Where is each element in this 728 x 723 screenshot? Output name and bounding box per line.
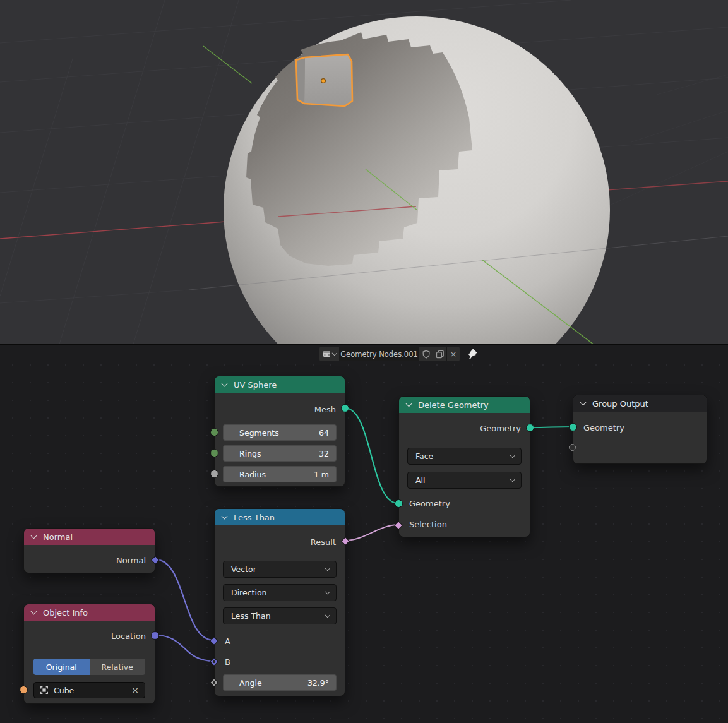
node-title: Group Output [592,399,648,409]
segments-field[interactable]: Segments 64 [223,424,337,441]
node-tree-name-field[interactable]: Geometry Nodes.001 [340,347,419,361]
socket-label-geometry-in: Geometry [409,499,450,508]
socket-mesh-output[interactable] [341,404,349,412]
socket-label-b: B [225,657,230,667]
socket-label-geometry: Geometry [583,423,624,433]
field-value: 1 m [314,470,329,479]
node-header[interactable]: Less Than [215,509,345,525]
socket-segments-input[interactable] [210,428,218,436]
radius-field[interactable]: Radius 1 m [223,466,337,482]
collapse-chevron-icon[interactable] [222,513,228,519]
rings-field[interactable]: Rings 32 [223,445,337,462]
node-header[interactable]: UV Sphere [215,376,345,393]
data-type-dropdown[interactable]: Vector [223,561,337,578]
collapse-chevron-icon[interactable] [31,608,37,614]
socket-geometry-output[interactable] [526,424,534,432]
mode-dropdown[interactable]: All [407,472,522,489]
dropdown-value: Less Than [231,611,271,621]
node-title: Object Info [43,608,88,618]
field-label: Angle [239,678,262,688]
node-header[interactable]: Object Info [24,604,155,621]
copy-icon [436,350,445,359]
cube-front-face [304,54,352,106]
chevron-down-icon [332,350,337,356]
transform-space-original-button[interactable]: Original [33,659,90,675]
mode-dropdown[interactable]: Direction [223,584,337,601]
socket-label-normal: Normal [116,556,146,565]
socket-virtual-input[interactable] [569,444,576,451]
socket-radius-input[interactable] [210,470,218,478]
chevron-down-icon [325,589,330,594]
node-title: Less Than [234,513,275,522]
node-object-info[interactable]: Object Info Location Original Relative C… [23,604,155,704]
socket-label-mesh: Mesh [314,405,336,414]
field-label: Radius [239,470,266,479]
shield-icon [422,350,431,359]
socket-label-result: Result [311,537,336,547]
dropdown-value: All [415,475,426,485]
socket-label-selection: Selection [409,520,447,529]
node-title: Delete Geometry [418,400,489,410]
socket-rings-input[interactable] [210,449,218,457]
close-icon: × [450,350,457,358]
field-value: 32.9° [307,678,329,688]
socket-geometry-input[interactable] [569,423,577,431]
chevron-down-icon [325,566,330,571]
fake-user-shield-button[interactable] [419,347,433,361]
node-header[interactable]: Delete Geometry [399,397,530,413]
socket-object-input[interactable] [20,686,28,694]
field-label: Segments [239,428,279,438]
node-group-output[interactable]: Group Output Geometry [573,395,707,464]
collapse-chevron-icon[interactable] [222,380,228,386]
node-tree-icon [323,350,331,358]
viewport-3d[interactable] [0,0,728,344]
field-value: 64 [319,428,329,438]
operation-dropdown[interactable]: Less Than [223,607,337,624]
browse-node-tree-button[interactable] [319,347,340,361]
object-selector-field[interactable]: Cube × [33,682,145,698]
chevron-down-icon [325,612,330,618]
node-header[interactable]: Normal [24,529,155,545]
chevron-down-icon [510,477,515,482]
unlink-data-button[interactable]: × [447,347,460,361]
dropdown-value: Direction [231,588,266,597]
socket-location-output[interactable] [151,631,159,640]
node-less-than[interactable]: Less Than Result Vector Direction Less T… [214,508,345,696]
cube-object[interactable] [296,54,352,106]
duplicate-data-button[interactable] [433,347,447,361]
node-uv-sphere[interactable]: UV Sphere Mesh Segments 64 Rings 32 Radi… [214,376,345,487]
blender-window: Geometry Nodes.001 × UV Sphere Mesh [0,0,728,723]
object-name: Cube [54,686,74,695]
node-normal[interactable]: Normal Normal [23,528,155,573]
field-value: 32 [319,449,329,458]
node-delete-geometry[interactable]: Delete Geometry Geometry Face All Geomet… [398,396,530,537]
socket-geometry-input[interactable] [395,499,403,508]
collapse-chevron-icon[interactable] [580,399,587,405]
domain-dropdown[interactable]: Face [407,448,522,465]
dropdown-value: Face [415,451,433,461]
angle-field[interactable]: Angle 32.9° [223,674,337,691]
node-header[interactable]: Group Output [573,395,707,412]
pin-icon[interactable] [466,348,478,360]
node-tree-selector: Geometry Nodes.001 × [319,347,478,361]
chevron-down-icon [510,453,515,458]
mesh-data-icon [40,686,49,695]
socket-label-a: A [225,636,230,646]
clear-object-icon[interactable]: × [131,686,139,695]
collapse-chevron-icon[interactable] [31,532,37,539]
node-title: Normal [43,532,73,542]
socket-label-location: Location [111,631,146,641]
socket-label-geometry-out: Geometry [480,424,521,433]
cube-origin-dot [321,79,326,83]
transform-space-relative-button[interactable]: Relative [90,659,146,675]
dropdown-value: Vector [231,565,256,574]
collapse-chevron-icon[interactable] [406,400,412,407]
node-title: UV Sphere [234,380,277,390]
field-label: Rings [239,449,261,458]
